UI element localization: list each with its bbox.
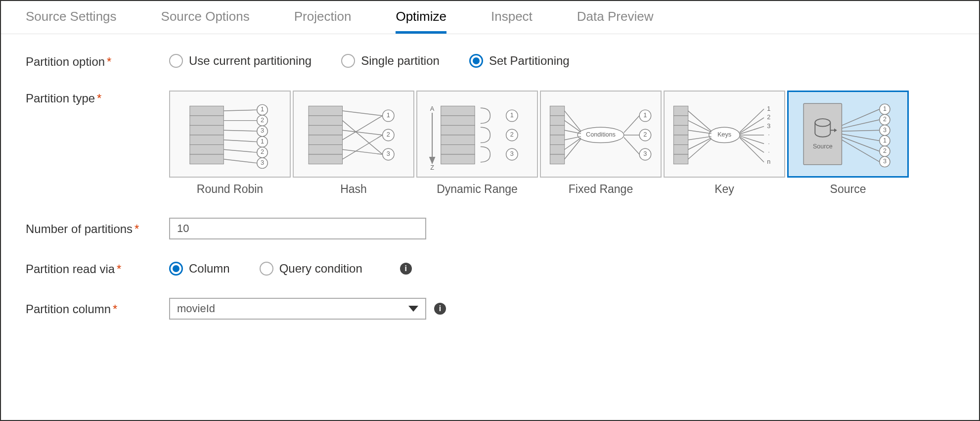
svg-text:Source: Source	[813, 143, 833, 150]
svg-text:3: 3	[883, 127, 887, 134]
optimize-panel: Partition option* Use current partitioni…	[1, 34, 979, 361]
info-icon[interactable]: i	[400, 263, 412, 275]
svg-text:1: 1	[643, 112, 647, 119]
svg-line-38	[343, 130, 383, 135]
svg-text:A: A	[430, 105, 435, 112]
svg-text:2: 2	[261, 148, 264, 155]
svg-text:3: 3	[261, 159, 264, 166]
tab-bar: Source Settings Source Options Projectio…	[1, 1, 979, 34]
svg-text:1: 1	[510, 112, 514, 119]
radio-set-partitioning[interactable]: Set Partitioning	[469, 54, 570, 68]
svg-line-21	[223, 140, 257, 142]
card-key[interactable]: Keys 1 2 3 · · · n	[664, 91, 785, 178]
svg-text:2: 2	[883, 147, 887, 154]
tab-source-settings[interactable]: Source Settings	[26, 9, 117, 34]
svg-rect-60	[550, 125, 564, 135]
svg-rect-4	[190, 145, 223, 155]
partition-option-label: Partition option*	[26, 54, 169, 69]
svg-rect-1	[190, 116, 223, 126]
tab-data-preview[interactable]: Data Preview	[577, 9, 654, 34]
radio-use-current-partitioning[interactable]: Use current partitioning	[169, 54, 312, 68]
svg-rect-25	[309, 116, 342, 126]
svg-rect-0	[190, 106, 223, 116]
svg-line-18	[223, 110, 257, 111]
svg-text:3: 3	[510, 150, 514, 157]
radio-icon	[260, 262, 273, 276]
svg-rect-48	[441, 125, 475, 135]
partition-read-via-group: Column Query condition i	[169, 262, 412, 276]
svg-rect-26	[309, 125, 342, 135]
tab-source-options[interactable]: Source Options	[161, 9, 250, 34]
svg-text:2: 2	[767, 114, 770, 121]
svg-rect-24	[309, 106, 342, 116]
radio-single-partition[interactable]: Single partition	[341, 54, 440, 68]
svg-rect-58	[550, 106, 564, 116]
svg-text:3: 3	[767, 123, 770, 130]
svg-line-20	[223, 130, 257, 131]
svg-text:2: 2	[510, 131, 514, 138]
tab-projection[interactable]: Projection	[294, 9, 352, 34]
number-of-partitions-input[interactable]	[169, 218, 426, 239]
svg-text:3: 3	[883, 158, 887, 165]
svg-rect-27	[309, 135, 342, 145]
svg-rect-63	[550, 154, 564, 164]
radio-query-condition[interactable]: Query condition	[260, 262, 362, 276]
svg-rect-61	[550, 135, 564, 145]
svg-line-89	[688, 111, 712, 131]
svg-rect-47	[441, 116, 475, 126]
svg-rect-81	[673, 106, 688, 116]
card-label: Dynamic Range	[437, 183, 518, 196]
svg-rect-85	[673, 145, 688, 155]
svg-line-41	[343, 135, 383, 159]
svg-line-39	[343, 116, 383, 140]
partition-column-select[interactable]: movieId	[169, 298, 426, 320]
svg-line-131	[842, 140, 879, 162]
tab-inspect[interactable]: Inspect	[491, 9, 533, 34]
svg-text:n: n	[767, 158, 770, 165]
svg-line-22	[223, 149, 257, 152]
svg-rect-3	[190, 135, 223, 145]
card-label: Fixed Range	[569, 183, 633, 196]
svg-rect-28	[309, 145, 342, 155]
card-fixed-range[interactable]: Conditions 1 2 3	[540, 91, 662, 178]
svg-rect-46	[441, 106, 475, 116]
radio-icon	[169, 54, 183, 68]
radio-icon	[341, 54, 355, 68]
svg-rect-84	[673, 135, 688, 145]
svg-text:2: 2	[261, 117, 264, 124]
partition-type-label: Partition type*	[26, 91, 169, 105]
svg-line-104	[740, 126, 764, 134]
svg-line-40	[343, 149, 383, 154]
svg-rect-2	[190, 125, 223, 135]
svg-text:·: ·	[768, 131, 770, 138]
radio-icon	[169, 262, 183, 276]
svg-text:2: 2	[387, 131, 390, 138]
radio-column[interactable]: Column	[169, 262, 230, 276]
svg-rect-5	[190, 154, 223, 164]
svg-text:1: 1	[261, 138, 264, 145]
svg-line-23	[223, 159, 257, 163]
tab-optimize[interactable]: Optimize	[396, 9, 446, 34]
svg-rect-83	[673, 125, 688, 135]
svg-text:·: ·	[768, 140, 770, 147]
info-icon[interactable]: i	[434, 303, 446, 315]
svg-rect-86	[673, 154, 688, 164]
chevron-down-icon	[408, 306, 418, 312]
card-source[interactable]: Source 1 2 3 1 2 3	[787, 91, 909, 178]
svg-text:1: 1	[883, 137, 887, 144]
svg-rect-109	[803, 103, 842, 165]
svg-line-94	[688, 139, 712, 159]
card-dynamic-range[interactable]: A Z 1 2 3	[416, 91, 538, 178]
svg-line-36	[343, 111, 383, 116]
svg-line-80	[624, 138, 639, 154]
svg-line-102	[740, 109, 764, 132]
svg-text:·: ·	[768, 148, 770, 155]
card-hash[interactable]: 1 2 3	[293, 91, 414, 178]
card-round-robin[interactable]: 1 2 3 1 2 3	[169, 91, 291, 178]
svg-text:1: 1	[883, 105, 887, 112]
partition-column-label: Partition column*	[26, 301, 169, 316]
svg-rect-82	[673, 116, 688, 126]
svg-line-128	[842, 130, 879, 131]
partition-option-group: Use current partitioning Single partitio…	[169, 54, 570, 68]
svg-text:3: 3	[387, 150, 390, 157]
